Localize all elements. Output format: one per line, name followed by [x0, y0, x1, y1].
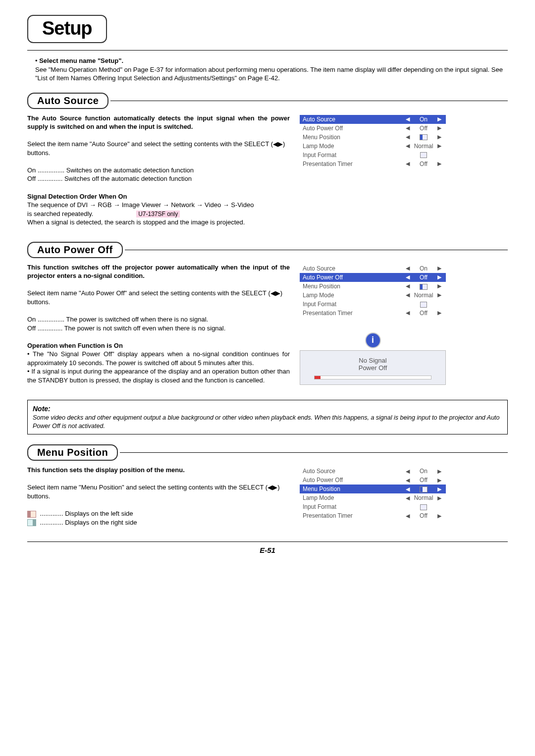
signal-detection-heading: Signal Detection Order When On [27, 193, 127, 200]
no-signal-line1: No Signal [300, 357, 445, 364]
section-heading-menu-position: Menu Position [27, 444, 118, 461]
triangle-right-icon: ▶ [436, 283, 443, 289]
osd-menu-value: Off [411, 512, 436, 519]
manual-page: Setup • Select menu name "Setup". See "M… [0, 0, 535, 564]
osd-menu-value: On [411, 468, 436, 475]
section-header-row: Auto Source [27, 93, 508, 109]
page-title: Setup [42, 18, 92, 39]
triangle-right-icon: ▶ [436, 468, 443, 475]
apo-on-label: On [27, 316, 36, 323]
triangle-left-icon: ◀ [404, 292, 411, 298]
osd-menu-label: Lamp Mode [303, 494, 404, 501]
divider [27, 541, 508, 542]
position-right-icon [27, 519, 36, 526]
page-number: E-51 [27, 546, 508, 554]
triangle-left-icon: ◀ [404, 513, 411, 519]
right-desc: Displays on the right side [65, 519, 137, 526]
osd-menu-value: Normal [411, 143, 436, 150]
osd-menu-row: Menu Position◀▶ [300, 485, 446, 493]
osd-menu-row: Input Format [300, 151, 446, 160]
signal-sequence: The sequence of DVI → RGB → Image Viewer… [27, 201, 254, 209]
osd-menu-label: Input Format [303, 503, 404, 510]
triangle-right-icon: ▶ [436, 265, 443, 271]
osd-menu-row: Input Format [300, 300, 446, 309]
osd-menu-value: Normal [411, 494, 436, 501]
triangle-right-icon: ▶ [436, 116, 443, 122]
osd-menu-value: Off [411, 477, 436, 484]
position-icon [420, 486, 428, 492]
osd-menu-label: Input Format [303, 152, 404, 159]
off-desc: Switches off the automatic detection fun… [64, 175, 192, 182]
osd-menu-menu-position: Auto Source◀On▶Auto Power Off◀Off▶Menu P… [300, 467, 446, 520]
position-left-icon [27, 511, 36, 518]
osd-menu-value: On [411, 116, 436, 123]
countdown-progress [314, 376, 431, 379]
op-bullet-1: The "No Signal Power Off" display appear… [27, 350, 290, 367]
note-body: Some video decks and other equipment out… [33, 414, 502, 431]
triangle-right-icon: ▶ [436, 292, 443, 298]
apo-off-label: Off [27, 324, 36, 332]
triangle-left-icon: ◀ [404, 477, 411, 484]
triangle-left-icon: ◀ [404, 143, 411, 149]
osd-menu-row: Lamp Mode◀Normal▶ [300, 493, 446, 502]
position-icon [420, 284, 428, 290]
triangle-right-icon: ▶ [436, 513, 443, 519]
osd-menu-value [411, 283, 436, 290]
osd-menu-label: Auto Power Off [303, 477, 404, 484]
triangle-left-icon: ◀ [404, 310, 411, 316]
section-header-row: Auto Power Off [27, 242, 508, 258]
osd-menu-value: On [411, 265, 436, 272]
no-signal-dialog: i No Signal Power Off [300, 332, 446, 385]
select-icon [420, 504, 427, 510]
auto-source-bold: The Auto Source function automatically d… [27, 114, 290, 131]
osd-menu-row: Auto Source◀On▶ [300, 467, 446, 476]
triangle-left-icon: ◀ [404, 495, 411, 501]
auto-source-text: The Auto Source function automatically d… [27, 114, 290, 227]
triangle-left-icon: ◀ [404, 283, 411, 289]
triangle-right-icon: ▶ [436, 486, 443, 492]
triangle-right-icon: ▶ [436, 477, 443, 484]
triangle-right-icon: ▶ [436, 134, 443, 140]
osd-menu-label: Auto Source [303, 265, 404, 272]
osd-menu-label: Lamp Mode [303, 292, 404, 299]
section-heading-auto-source: Auto Source [27, 93, 108, 109]
mp-bold: This function sets the display position … [27, 466, 290, 475]
section-heading-auto-power-off: Auto Power Off [27, 242, 123, 258]
apo-on-desc: The power is switched off when there is … [66, 316, 209, 323]
osd-menu-label: Menu Position [303, 486, 404, 492]
osd-menu-value: Off [411, 310, 436, 317]
osd-menu-label: Auto Power Off [303, 274, 404, 281]
osd-menu-row: Auto Power Off◀Off▶ [300, 273, 446, 282]
info-icon: i [365, 332, 381, 348]
osd-menu-row: Menu Position◀▶ [300, 133, 446, 142]
osd-menu-auto-source: Auto Source◀On▶Auto Power Off◀Off▶Menu P… [300, 115, 446, 168]
model-tag: U7-137SF only [136, 211, 180, 217]
osd-menu-row: Auto Power Off◀Off▶ [300, 124, 446, 133]
select-icon [420, 302, 427, 308]
on-label: On [27, 166, 36, 174]
osd-menu-row: Presentation Timer◀Off▶ [300, 309, 446, 318]
apo-instruction: Select item name "Auto Power Off" and se… [27, 289, 290, 306]
osd-menu-row: Auto Source◀On▶ [300, 115, 446, 124]
osd-menu-value [411, 301, 436, 308]
triangle-right-icon: ▶ [436, 143, 443, 149]
osd-menu-row: Lamp Mode◀Normal▶ [300, 142, 446, 151]
osd-menu-row: Auto Power Off◀Off▶ [300, 476, 446, 485]
osd-menu-row: Presentation Timer◀Off▶ [300, 511, 446, 520]
intro-bullet: Select menu name "Setup". [39, 57, 123, 64]
divider [120, 452, 508, 453]
auto-power-off-text: This function switches off the projector… [27, 263, 290, 385]
intro-text: See "Menu Operation Method" on Page E-37… [35, 66, 503, 82]
triangle-left-icon: ◀ [404, 274, 411, 280]
triangle-right-icon: ▶ [436, 125, 443, 131]
auto-source-instruction: Select the item name "Auto Source" and s… [27, 140, 290, 157]
osd-menu-value [411, 503, 436, 510]
osd-menu-label: Lamp Mode [303, 143, 404, 150]
triangle-left-icon: ◀ [404, 265, 411, 271]
intro-block: • Select menu name "Setup". See "Menu Op… [35, 56, 508, 83]
osd-menu-label: Presentation Timer [303, 512, 404, 519]
no-signal-line2: Power Off [300, 364, 445, 372]
osd-menu-row: Lamp Mode◀Normal▶ [300, 291, 446, 300]
osd-menu-row: Presentation Timer◀Off▶ [300, 160, 446, 168]
menu-position-text: This function sets the display position … [27, 466, 290, 527]
